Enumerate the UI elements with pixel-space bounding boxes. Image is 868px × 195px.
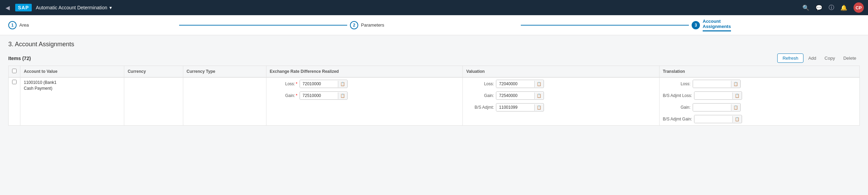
translation-cell: Loss: 📋 B/S Adjmt Loss: 📋 [659,77,859,126]
help-icon[interactable]: ⓘ [829,4,834,11]
row-checkbox[interactable] [12,80,17,84]
step-circle-2: 2 [350,21,358,29]
select-all-checkbox[interactable] [12,69,17,73]
col-account-to-value: Account to Value [20,66,124,78]
table-toolbar: Items (72) Refresh Add Copy Delete [8,53,860,63]
exchange-gain-expand-button[interactable]: 📋 [338,92,347,99]
wizard-step-3[interactable]: 3 Account Assignments [692,19,860,31]
translation-field-group: Loss: 📋 B/S Adjmt Loss: 📋 [663,80,856,123]
copy-button[interactable]: Copy [821,54,838,62]
exchange-gain-input-wrapper: 📋 [300,91,348,100]
currency-type-cell [183,77,266,126]
wizard-bar: 1 Area 2 Parameters 3 Account Assignment… [0,15,868,35]
valuation-gain-expand-button[interactable]: 📋 [534,92,544,99]
valuation-loss-input[interactable] [496,80,534,88]
exchange-gain-input[interactable] [300,92,338,99]
topbar: ◀ SAP Automatic Account Determination ▾ … [0,0,868,15]
items-count: Items (72) [8,56,31,61]
valuation-gain-label: Gain: [466,93,494,98]
translation-loss-input[interactable] [693,80,731,88]
topbar-left: ◀ SAP Automatic Account Determination ▾ [4,3,112,12]
valuation-loss-input-wrapper: 📋 [496,80,544,88]
account-cell: 11001010 (Bank1 Cash Payment) [20,77,124,126]
app-title-text: Automatic Account Determination [36,5,107,10]
toolbar-buttons: Refresh Add Copy Delete [777,53,860,63]
step-line-1 [179,25,347,26]
translation-gain-input[interactable] [693,104,731,111]
exchange-gain-row: Gain: 📋 [270,91,459,100]
valuation-loss-label: Loss: [466,81,494,86]
main-content: 3. Account Assignments Items (72) Refres… [0,35,868,131]
translation-bsadjmt-gain-expand-button[interactable]: 📋 [732,116,742,123]
step-circle-3: 3 [692,21,700,29]
translation-loss-expand-button[interactable]: 📋 [731,81,740,87]
account-line1: 11001010 (Bank1 [24,80,57,85]
translation-loss-row: Loss: 📋 [663,80,856,88]
data-table: Account to Value Currency Currency Type … [8,66,860,126]
translation-bsadjmt-loss-expand-button[interactable]: 📋 [732,92,742,99]
translation-bsadjmt-gain-input-wrapper: 📋 [694,115,742,123]
step-label-3-line1: Account [703,19,731,24]
valuation-bsadjmt-expand-button[interactable]: 📋 [534,104,544,111]
chat-icon[interactable]: 💬 [816,4,822,11]
valuation-bsadjmt-input[interactable] [496,104,534,111]
col-select [9,66,20,78]
valuation-bsadjmt-row: B/S Adjmt: 📋 [466,103,655,111]
step-3-underline [703,30,731,31]
step-line-2 [521,25,689,26]
valuation-bsadjmt-input-wrapper: 📋 [496,103,544,111]
exchange-loss-input[interactable] [300,80,338,88]
valuation-gain-input-wrapper: 📋 [496,91,544,100]
step-circle-1: 1 [8,21,17,29]
exchange-loss-expand-button[interactable]: 📋 [338,81,347,87]
exchange-field-group: Loss: 📋 Gain: 📋 [270,80,459,100]
wizard-step-2[interactable]: 2 Parameters [350,21,518,29]
step-3-label-block: Account Assignments [703,19,731,31]
translation-bsadjmt-gain-input[interactable] [694,115,732,123]
col-currency-type: Currency Type [183,66,266,78]
exchange-loss-input-wrapper: 📋 [300,80,348,88]
bell-icon[interactable]: 🔔 [840,4,847,11]
row-checkbox-cell [9,77,20,126]
valuation-loss-row: Loss: 📋 [466,80,655,88]
exchange-rate-cell: Loss: 📋 Gain: 📋 [266,77,462,126]
search-icon[interactable]: 🔍 [802,4,809,11]
translation-bsadjmt-loss-input[interactable] [694,92,732,99]
translation-bsadjmt-gain-row: B/S Adjmt Gain: 📋 [663,115,856,123]
translation-gain-expand-button[interactable]: 📋 [731,104,740,111]
col-valuation: Valuation [463,66,659,78]
exchange-gain-label: Gain: [270,93,298,98]
delete-button[interactable]: Delete [840,54,860,62]
translation-bsadjmt-loss-input-wrapper: 📋 [694,91,742,100]
step-label-2: Parameters [361,22,384,28]
add-button[interactable]: Add [805,54,820,62]
account-line2: Cash Payment) [24,86,52,91]
valuation-gain-row: Gain: 📋 [466,91,655,100]
translation-loss-label: Loss: [663,81,691,86]
translation-bsadjmt-loss-label: B/S Adjmt Loss: [663,93,692,98]
wizard-step-1[interactable]: 1 Area [8,21,176,29]
refresh-button[interactable]: Refresh [777,53,803,63]
table-row: 11001010 (Bank1 Cash Payment) Loss: [9,77,860,126]
section-title: 3. Account Assignments [8,41,860,48]
valuation-loss-expand-button[interactable]: 📋 [534,81,544,87]
translation-bsadjmt-loss-row: B/S Adjmt Loss: 📋 [663,91,856,100]
translation-bsadjmt-gain-label: B/S Adjmt Gain: [663,117,692,121]
avatar[interactable]: CP [854,2,864,13]
valuation-gain-input[interactable] [496,92,534,99]
translation-gain-row: Gain: 📋 [663,103,856,111]
title-caret-icon[interactable]: ▾ [109,5,112,10]
topbar-right: 🔍 💬 ⓘ 🔔 CP [802,2,864,13]
back-button[interactable]: ◀ [4,3,11,12]
sap-logo: SAP [15,4,32,11]
col-exchange-rate: Exchange Rate Difference Realized [266,66,462,78]
valuation-cell: Loss: 📋 Gain: 📋 [463,77,659,126]
app-title: Automatic Account Determination ▾ [36,5,112,10]
col-currency: Currency [124,66,183,78]
col-translation: Translation [659,66,859,78]
account-name: 11001010 (Bank1 Cash Payment) [24,80,120,91]
valuation-field-group: Loss: 📋 Gain: 📋 [466,80,655,111]
currency-cell [124,77,183,126]
step-label-1: Area [19,22,29,28]
step-label-3-line2: Assignments [703,24,731,29]
